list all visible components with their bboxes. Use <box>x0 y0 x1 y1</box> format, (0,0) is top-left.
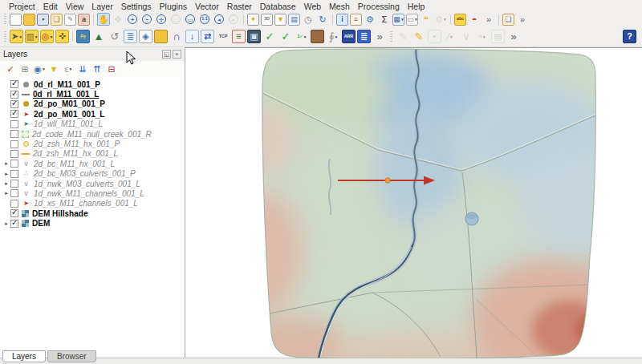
menu-item[interactable]: Plugins <box>156 1 191 12</box>
tab-browser[interactable]: Browser <box>47 350 96 362</box>
layer-diagram-button[interactable]: ◓ <box>468 13 481 26</box>
statistical-summary-button[interactable]: ≡ <box>350 14 362 26</box>
layer-checkbox[interactable]: ✓ <box>10 91 18 99</box>
layer-item[interactable]: ▸ 2d_code_M11_null_creek_001_R <box>0 129 185 139</box>
open-layer-styling-button[interactable]: ✓ <box>4 63 17 75</box>
dropdown-arrow-icon[interactable]: ▾ <box>335 34 338 39</box>
dropdown-arrow-icon[interactable]: ▾ <box>450 34 453 39</box>
check-files-q-button[interactable]: ✓ <box>278 29 293 44</box>
layer-checkbox[interactable] <box>10 180 18 188</box>
dropdown-arrow-icon[interactable]: ▾ <box>444 17 446 22</box>
expand-arrow-icon[interactable]: ▸ <box>2 220 10 227</box>
export-tool-button[interactable]: ⇄ <box>201 30 214 43</box>
zoom-to-selection-button[interactable]: ▭ <box>169 13 182 26</box>
select-features-button[interactable]: ➤ ▾ <box>10 30 23 43</box>
expand-arrow-icon[interactable]: ▸ <box>2 180 10 187</box>
help-tool-button[interactable]: ? <box>623 30 636 43</box>
layer-checkbox[interactable] <box>10 160 18 168</box>
layer-checkbox[interactable] <box>10 189 18 197</box>
new-print-layout-button[interactable]: ✎ <box>64 14 76 26</box>
layer-item[interactable]: ▸ ∨ 1d_nwk_M03_culverts_001_L <box>0 179 185 188</box>
open-project-button[interactable] <box>23 14 35 26</box>
menu-item[interactable]: Settings <box>117 1 156 12</box>
layer-item[interactable]: ▸ 2d_zsh_M11_hx_001_L <box>0 149 185 159</box>
toggle-editing-button[interactable]: ✎ <box>412 29 426 44</box>
toolbar1-overflow-b-button[interactable]: » <box>516 13 529 26</box>
layer-item[interactable]: ▸ ➤ 1d_xs_M11_channels_001_L <box>0 199 185 208</box>
dropdown-arrow-icon[interactable]: ▾ <box>35 34 38 39</box>
bear-tool-button[interactable] <box>311 30 324 43</box>
menu-item[interactable]: Project <box>5 1 39 12</box>
menu-item[interactable]: Processing <box>354 1 404 12</box>
expand-arrow-icon[interactable]: ▸ <box>2 171 10 177</box>
history-tool-button[interactable]: ↺ <box>108 29 122 44</box>
layer-item[interactable]: ▸ ✓ 0d_rl_M11_001_P <box>0 79 185 89</box>
pan-map-button[interactable]: ✋ <box>97 13 110 26</box>
paperclip-tool-button[interactable]: ∮ ▾ <box>326 29 340 44</box>
menu-item[interactable]: Vector <box>191 1 223 12</box>
menu-item[interactable]: Layer <box>87 1 116 12</box>
layer-item[interactable]: ▸ ∨ 1d_nwk_M11_channels_001_L <box>0 188 185 198</box>
modify-attributes-button[interactable]: ▦ <box>491 30 505 43</box>
layer-checkbox[interactable] <box>10 150 18 158</box>
save-project-as-button[interactable]: ❏ <box>51 14 63 26</box>
zoom-next-button[interactable]: ▸ <box>227 13 240 26</box>
zoom-to-layer-button[interactable]: ▭ <box>184 13 197 26</box>
profile-tool-button[interactable]: ≡ <box>232 30 246 43</box>
dropdown-arrow-icon[interactable]: ▾ <box>304 34 307 39</box>
dropdown-arrow-icon[interactable]: ▾ <box>415 17 417 22</box>
manage-map-themes-button[interactable]: ◉ ▾ <box>33 63 46 75</box>
layer-item[interactable]: ▸ ➤ 1d_wll_M11_001_L <box>0 119 185 129</box>
arr-tool-button[interactable]: ARR <box>342 30 356 43</box>
new-project-button[interactable] <box>10 14 22 26</box>
layer-checkbox[interactable]: ✓ <box>10 100 18 108</box>
identify-features-button[interactable]: i <box>336 14 348 26</box>
model-designer-button[interactable]: ▲ <box>91 29 106 44</box>
select-by-location-button[interactable]: ✜ <box>55 30 69 43</box>
python-console-button[interactable]: Py <box>76 30 90 43</box>
save-project-button[interactable]: ▪ <box>37 14 49 26</box>
remove-layer-button[interactable]: ⊟ <box>105 63 118 75</box>
filter-legend-button[interactable]: ▼ <box>47 63 60 75</box>
dropdown-arrow-icon[interactable]: ▾ <box>70 67 72 71</box>
temporal-controller-button[interactable]: ◷ <box>302 13 315 26</box>
layer-labeling-button[interactable]: abc <box>454 14 466 26</box>
menu-item[interactable]: Edit <box>39 1 62 12</box>
layer-checkbox[interactable] <box>10 120 18 128</box>
add-group-button[interactable]: ⊞ <box>18 63 31 75</box>
layer-checkbox[interactable] <box>10 130 18 138</box>
refresh-map-button[interactable]: ↻ <box>316 13 329 26</box>
menu-item[interactable]: View <box>62 1 88 12</box>
current-edits-button[interactable]: ✎ <box>396 29 410 44</box>
new-spatial-bookmark-button[interactable]: ▼ <box>274 14 286 26</box>
dropdown-arrow-icon[interactable]: ▾ <box>19 34 22 39</box>
layer-item[interactable]: ▸ ✓ ➤ 2d_po_M01_001_L <box>0 109 185 119</box>
log-messages-button[interactable]: ≣ <box>124 30 137 43</box>
run-feature-action-button[interactable]: ⚙ ▾ <box>434 13 447 26</box>
deselect-features-button[interactable]: ◎ ▾ <box>40 30 54 43</box>
add-line-feature-button[interactable]: ⁄ ▾ <box>443 29 457 44</box>
expand-all-button[interactable]: ⇊ <box>76 63 89 75</box>
dropdown-arrow-icon[interactable]: ▾ <box>43 67 45 71</box>
dropdown-arrow-icon[interactable]: ▾ <box>50 34 52 39</box>
zoom-native-button[interactable]: 1:1 <box>198 13 211 26</box>
menu-item[interactable]: Mesh <box>325 1 354 12</box>
layer-item[interactable]: ▸ ∨ 2d_bc_M11_hx_001_L <box>0 159 185 168</box>
arch-tool-button[interactable]: ∩ <box>169 29 184 44</box>
menu-item[interactable]: Raster <box>223 1 256 12</box>
new-map-view-button[interactable]: ✦ <box>247 14 259 26</box>
layer-checkbox[interactable]: ✓ <box>10 220 18 228</box>
layer-item[interactable]: ▸ ∴ 2d_bc_M03_culverts_001_P <box>0 169 185 179</box>
expand-arrow-icon[interactable]: ▸ <box>2 160 10 167</box>
zoom-in-button[interactable]: + <box>126 13 139 26</box>
plugin-shield-button[interactable]: ◈ <box>139 30 152 43</box>
show-statistics-button[interactable]: Σ <box>378 13 391 26</box>
new-virtual-layer-button[interactable]: ❏ <box>502 14 514 26</box>
check-files-1-button[interactable]: 1✓ ▾ <box>295 29 309 44</box>
filter-by-expression-button[interactable]: ε ▾ <box>62 63 75 75</box>
measure-line-button[interactable]: ▭ ▾ <box>406 14 418 26</box>
pan-to-selection-button[interactable]: ✥ <box>112 13 124 26</box>
flood-list-tool-button[interactable]: ≣ <box>357 30 371 43</box>
layer-checkbox[interactable] <box>10 140 18 148</box>
layer-checkbox[interactable]: ✓ <box>10 110 18 118</box>
